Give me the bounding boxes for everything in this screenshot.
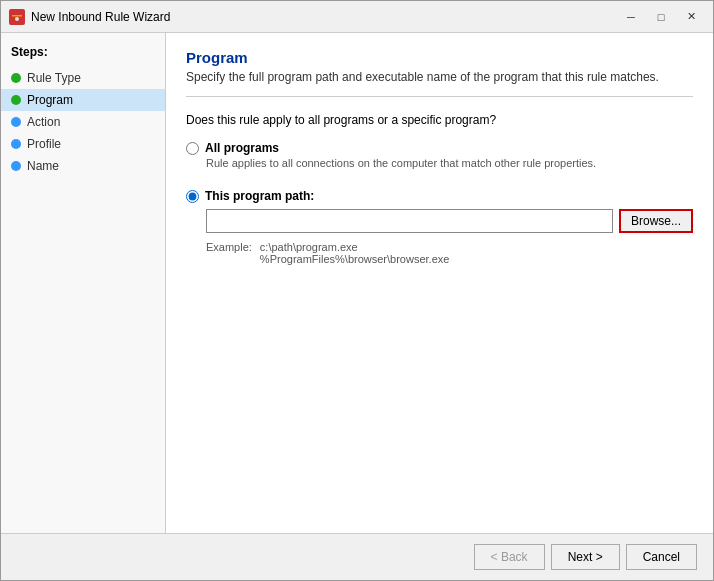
this-program-option: This program path: Browse... Example: c:… — [186, 189, 693, 265]
svg-rect-2 — [12, 15, 22, 17]
sidebar-item-rule-type[interactable]: Rule Type — [1, 67, 165, 89]
close-button[interactable]: ✕ — [677, 7, 705, 27]
sidebar-item-action[interactable]: Action — [1, 111, 165, 133]
titlebar-controls: ─ □ ✕ — [617, 7, 705, 27]
all-programs-option: All programs Rule applies to all connect… — [186, 141, 693, 169]
minimize-button[interactable]: ─ — [617, 7, 645, 27]
sidebar-dot-name — [11, 161, 21, 171]
main-panel: Program Specify the full program path an… — [166, 33, 713, 533]
wizard-window: New Inbound Rule Wizard ─ □ ✕ Steps: Rul… — [0, 0, 714, 581]
sidebar-item-program[interactable]: Program — [1, 89, 165, 111]
all-programs-radio[interactable] — [186, 142, 199, 155]
titlebar-title: New Inbound Rule Wizard — [31, 10, 617, 24]
svg-rect-1 — [13, 11, 17, 14]
wizard-content: Steps: Rule Type Program Action Profile … — [1, 33, 713, 533]
all-programs-sub: Rule applies to all connections on the c… — [206, 157, 693, 169]
browse-button[interactable]: Browse... — [619, 209, 693, 233]
sidebar-dot-rule-type — [11, 73, 21, 83]
all-programs-label-row: All programs — [186, 141, 693, 155]
program-path-input[interactable] — [206, 209, 613, 233]
example-line2: %ProgramFiles%\browser\browser.exe — [260, 253, 693, 265]
maximize-button[interactable]: □ — [647, 7, 675, 27]
sidebar-item-profile[interactable]: Profile — [1, 133, 165, 155]
example-text: Example: c:\path\program.exe %ProgramFil… — [206, 241, 693, 265]
sidebar-item-label-profile: Profile — [27, 137, 61, 151]
titlebar: New Inbound Rule Wizard ─ □ ✕ — [1, 1, 713, 33]
sidebar-item-name[interactable]: Name — [1, 155, 165, 177]
sidebar-dot-program — [11, 95, 21, 105]
all-programs-label[interactable]: All programs — [205, 141, 279, 155]
this-program-label-row: This program path: — [186, 189, 693, 203]
page-title: Program — [186, 49, 693, 66]
this-program-radio[interactable] — [186, 190, 199, 203]
app-icon — [9, 9, 25, 25]
back-button[interactable]: < Back — [474, 544, 545, 570]
this-program-label[interactable]: This program path: — [205, 189, 314, 203]
sidebar-header: Steps: — [1, 45, 165, 67]
next-button[interactable]: Next > — [551, 544, 620, 570]
sidebar-item-label-program: Program — [27, 93, 73, 107]
example-line1: c:\path\program.exe — [260, 241, 693, 253]
sidebar-dot-action — [11, 117, 21, 127]
sidebar-item-label-name: Name — [27, 159, 59, 173]
program-path-row: Browse... — [206, 209, 693, 233]
example-label: Example: — [206, 241, 252, 265]
sidebar: Steps: Rule Type Program Action Profile … — [1, 33, 166, 533]
page-description: Specify the full program path and execut… — [186, 70, 693, 97]
sidebar-dot-profile — [11, 139, 21, 149]
footer: < Back Next > Cancel — [1, 533, 713, 580]
sidebar-item-label-action: Action — [27, 115, 60, 129]
sidebar-item-label-rule-type: Rule Type — [27, 71, 81, 85]
example-values: c:\path\program.exe %ProgramFiles%\brows… — [260, 241, 693, 265]
cancel-button[interactable]: Cancel — [626, 544, 697, 570]
radio-group: All programs Rule applies to all connect… — [186, 141, 693, 265]
svg-point-3 — [15, 17, 19, 21]
question-text: Does this rule apply to all programs or … — [186, 113, 693, 127]
